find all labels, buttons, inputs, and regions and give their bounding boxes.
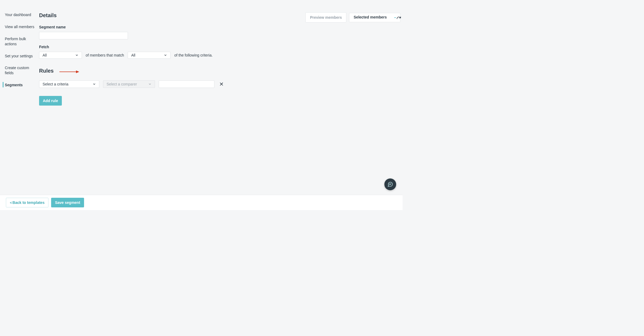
rules-heading: Rules (39, 68, 400, 74)
preview-members-button[interactable]: Preview members (305, 12, 346, 23)
sidebar-item-label: Perform bulk actions (5, 37, 26, 46)
rule-comparer-placeholder: Select a comparer (107, 82, 137, 86)
save-segment-label: Save segment (55, 200, 80, 205)
fetch-label: Fetch (39, 45, 400, 49)
selected-members-box: Selected members - (349, 13, 400, 22)
chat-fab[interactable] (384, 178, 396, 190)
fetch-match-value: All (131, 53, 135, 57)
chevron-down-icon (93, 83, 96, 86)
fetch-match-select[interactable]: All (128, 52, 171, 59)
segment-name-input[interactable] (39, 32, 128, 39)
preview-members-label: Preview members (310, 15, 342, 20)
rule-criteria-select[interactable]: Select a criteria (39, 80, 99, 88)
selected-members-value: - (394, 15, 396, 20)
fetch-quantity-value: All (43, 53, 47, 57)
sidebar-item-label: View all members (5, 25, 34, 29)
sidebar-item-segments[interactable]: Segments (0, 83, 39, 95)
top-right-controls: Preview members Selected members - (305, 12, 400, 23)
sidebar-item-view-all-members[interactable]: View all members (0, 24, 39, 36)
chevron-down-icon (164, 54, 167, 57)
rule-criteria-placeholder: Select a criteria (43, 82, 68, 86)
add-rule-button[interactable]: Add rule (39, 96, 62, 106)
chevron-left-icon: < (10, 201, 12, 205)
close-icon: ✕ (219, 81, 224, 87)
chat-icon (387, 181, 393, 187)
sidebar-item-label: Set your settings (5, 54, 33, 58)
sidebar-item-label: Create custom fields (5, 66, 29, 75)
main-content: Preview members Selected members - Detai… (39, 0, 403, 210)
save-segment-button[interactable]: Save segment (51, 198, 84, 207)
fetch-row: All of members that match All of the fol… (39, 52, 400, 59)
add-rule-label: Add rule (43, 99, 58, 103)
fetch-tail-text: of the following criteria. (174, 53, 213, 57)
sidebar-item-dashboard[interactable]: Your dashboard (0, 12, 39, 24)
selected-members-label: Selected members (354, 15, 387, 20)
chevron-down-icon (75, 54, 78, 57)
sidebar-item-label: Segments (5, 83, 23, 87)
sidebar: Your dashboard View all members Perform … (0, 0, 39, 210)
footer-bar: < Back to templates Save segment (0, 195, 403, 210)
sidebar-item-bulk-actions[interactable]: Perform bulk actions (0, 36, 39, 54)
fetch-quantity-select[interactable]: All (39, 52, 82, 59)
fetch-mid-text: of members that match (86, 53, 124, 57)
sidebar-item-custom-fields[interactable]: Create custom fields (0, 65, 39, 83)
rule-row: Select a criteria Select a comparer ✕ (39, 80, 400, 88)
segment-name-label: Segment name (39, 25, 400, 29)
remove-rule-button[interactable]: ✕ (218, 81, 225, 87)
sidebar-item-label: Your dashboard (5, 13, 31, 17)
chevron-down-icon (148, 83, 151, 86)
back-to-templates-label: Back to templates (13, 200, 45, 205)
rule-comparer-select: Select a comparer (103, 80, 155, 88)
back-to-templates-button[interactable]: < Back to templates (6, 198, 48, 207)
sidebar-item-settings[interactable]: Set your settings (0, 54, 39, 66)
rule-value-input[interactable] (159, 80, 214, 88)
refresh-icon[interactable] (396, 16, 401, 21)
